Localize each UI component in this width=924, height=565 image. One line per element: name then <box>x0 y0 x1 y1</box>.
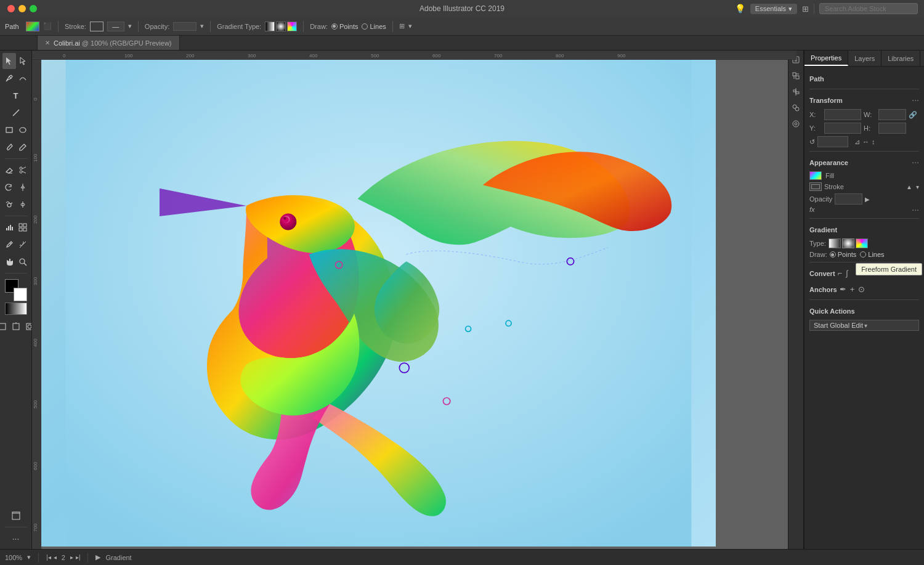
ellipse-tool[interactable] <box>16 122 30 138</box>
lines-radio[interactable] <box>860 251 866 258</box>
draw-behind[interactable] <box>9 319 23 335</box>
opacity-arrow[interactable]: ▾ <box>200 22 204 30</box>
appearance-panel-icon[interactable] <box>789 117 803 131</box>
gradient-radial-btn[interactable] <box>276 22 286 31</box>
fx-more-btn[interactable]: ··· <box>912 205 919 214</box>
line-segment-tool[interactable] <box>2 105 30 121</box>
anchor-pen-icon[interactable]: ✒ <box>840 285 846 294</box>
opacity-panel-input[interactable]: 100% <box>835 193 862 205</box>
draw-normal[interactable] <box>0 319 9 335</box>
tab-properties[interactable]: Properties <box>804 51 848 66</box>
radial-gradient-btn[interactable] <box>842 238 854 248</box>
align-panel-icon[interactable] <box>789 85 803 99</box>
freeform-gradient-btn[interactable] <box>856 238 868 248</box>
gradient-linear-btn[interactable] <box>265 22 275 31</box>
width-tool[interactable] <box>16 197 30 213</box>
transform-panel-icon[interactable] <box>789 69 803 83</box>
zoom-tool[interactable] <box>16 254 30 270</box>
minimize-button[interactable] <box>18 5 26 12</box>
tab-libraries[interactable]: Libraries <box>881 51 920 66</box>
data-merge-tool[interactable] <box>16 219 30 235</box>
pencil-tool[interactable] <box>16 139 30 155</box>
linear-gradient-btn[interactable] <box>829 238 841 248</box>
anchor-add-icon[interactable]: + <box>850 285 855 294</box>
stroke-row[interactable]: Stroke ▲ ▾ <box>809 182 919 191</box>
canvas-area[interactable]: 0 100 200 300 400 500 600 700 800 900 0 … <box>32 51 804 549</box>
x-value-input[interactable]: 460.2 pt <box>824 109 861 120</box>
play-btn[interactable]: ▶ <box>95 553 100 561</box>
first-page-btn[interactable]: |◂ <box>46 554 51 561</box>
appearance-more-btn[interactable]: ··· <box>912 157 919 167</box>
stroke-preview[interactable] <box>809 182 822 191</box>
direct-selection-tool[interactable] <box>16 53 30 69</box>
paintbrush-tool[interactable] <box>2 139 16 155</box>
color-icon[interactable]: ⬛ <box>43 22 52 30</box>
constrain-icon[interactable]: 🔗 <box>909 111 917 119</box>
transform-more-btn[interactable]: ··· <box>912 95 919 105</box>
flip-h-icon[interactable]: ↔ <box>862 138 869 145</box>
warp-tool[interactable] <box>2 197 16 213</box>
h-value-input[interactable] <box>878 123 906 134</box>
stroke-weight-input[interactable]: — <box>107 22 124 31</box>
stroke-stepper-up[interactable]: ▲ <box>906 184 912 190</box>
selection-tool[interactable] <box>2 53 16 69</box>
stock-search-input[interactable] <box>819 3 918 14</box>
opacity-arrow[interactable]: ▶ <box>865 196 870 203</box>
more-tools-button[interactable]: ··· <box>2 530 30 547</box>
w-value-input[interactable] <box>878 109 906 120</box>
zoom-arrow[interactable]: ▾ <box>27 553 31 561</box>
gradient-freeform-btn[interactable] <box>287 22 297 31</box>
pen-tool[interactable] <box>2 70 16 86</box>
stroke-options-icon[interactable]: ▾ <box>128 22 132 30</box>
anchor-convert-icon[interactable]: ⊙ <box>858 285 865 294</box>
points-radio[interactable] <box>830 251 836 258</box>
rectangle-tool[interactable] <box>2 122 16 138</box>
rotate-input[interactable] <box>817 136 848 147</box>
change-screen-mode[interactable] <box>2 508 30 524</box>
svg-text:900: 900 <box>617 53 626 59</box>
rotate-tool[interactable] <box>2 179 16 195</box>
opacity-input[interactable]: 100% <box>173 22 197 31</box>
pathfinder-panel-icon[interactable] <box>789 101 803 115</box>
flip-v-icon[interactable]: ↕ <box>872 138 875 145</box>
essentials-dropdown[interactable]: Essentials ▾ <box>750 4 797 14</box>
document-tab[interactable]: ✕ Colibri.ai @ 100% (RGB/GPU Preview) <box>37 36 180 50</box>
reflect-tool[interactable] <box>16 179 30 195</box>
maximize-button[interactable] <box>30 5 37 12</box>
graph-tool[interactable] <box>2 219 16 235</box>
curvature-tool[interactable] <box>16 70 30 86</box>
draw-lines-opt[interactable]: Lines <box>860 251 884 258</box>
stroke-swatch[interactable] <box>90 22 103 31</box>
gradient-display[interactable] <box>5 303 27 315</box>
y-value-input[interactable]: 243.89 pt <box>824 123 861 134</box>
doc-tab-close[interactable]: ✕ <box>45 39 50 46</box>
stroke-arrow[interactable]: ▾ <box>916 184 919 190</box>
hand-tool[interactable] <box>2 254 16 270</box>
prev-page-btn[interactable]: ◂ <box>54 554 57 561</box>
draw-options-icon[interactable]: ▾ <box>408 22 412 30</box>
background-swatch[interactable] <box>14 288 27 301</box>
close-button[interactable] <box>7 5 15 12</box>
quick-actions-dropdown[interactable]: Start Global Edit ▾ <box>809 320 919 331</box>
draw-points-opt[interactable]: Points <box>830 251 857 258</box>
draw-points-radio[interactable] <box>331 23 338 30</box>
eraser-tool[interactable] <box>2 162 16 178</box>
draw-points-option[interactable]: Points <box>331 23 359 30</box>
eyedropper-tool[interactable] <box>2 237 16 253</box>
type-tool[interactable]: T <box>2 87 30 104</box>
measure-tool[interactable] <box>16 237 30 253</box>
tab-layers[interactable]: Layers <box>848 51 881 66</box>
last-page-btn[interactable]: ▸| <box>76 554 81 561</box>
fill-preview[interactable] <box>809 171 822 180</box>
arrange-options-icon[interactable]: ⊞ <box>399 22 405 30</box>
fill-color-swatch[interactable] <box>26 22 39 31</box>
draw-inside[interactable] <box>23 319 33 335</box>
next-page-btn[interactable]: ▸ <box>70 554 73 561</box>
fill-row[interactable]: Fill <box>809 171 919 180</box>
draw-lines-radio[interactable] <box>362 23 368 30</box>
convert-smooth-icon[interactable]: ∫ <box>846 269 848 278</box>
scissors-tool[interactable] <box>16 162 30 178</box>
sep5 <box>392 21 393 32</box>
draw-lines-option[interactable]: Lines <box>362 23 386 30</box>
convert-corner-icon[interactable]: ⌐ <box>838 269 843 278</box>
